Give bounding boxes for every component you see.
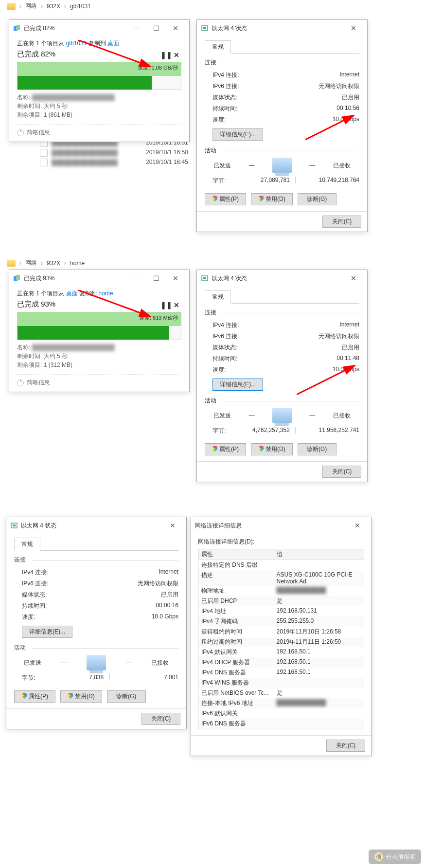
detail-property: IPv4 子网掩码 <box>198 616 274 627</box>
group-connection: 连接 <box>14 556 178 564</box>
sent-label: 已发送 <box>24 659 41 667</box>
copy-remain-row: 剩余时间: 大约 5 秒 <box>17 352 181 361</box>
media-label: 媒体状态: <box>22 591 47 599</box>
close-button[interactable]: ✕ <box>344 273 363 284</box>
disable-button[interactable]: 禁用(D) <box>251 193 293 205</box>
crumb-host[interactable]: 932X <box>47 260 60 267</box>
minimize-button[interactable]: — <box>127 23 146 34</box>
detail-row[interactable]: IPv4 WINS 服务器 <box>198 678 364 688</box>
pause-button[interactable]: ❚❚ <box>160 301 170 309</box>
disable-button[interactable]: 禁用(D) <box>251 443 293 455</box>
col-value[interactable]: 值 <box>274 549 364 560</box>
speed-value: 10.0 Gbps <box>333 366 359 374</box>
copy-dialog-2: 已完成 93% — ☐ ✕ 正在将 1 个项目从 桌面 复制到 home 已完成… <box>9 270 190 392</box>
copy-dst-link[interactable]: home <box>98 290 113 297</box>
ethernet-icon <box>201 24 209 32</box>
detail-property: IPv4 DNS 服务器 <box>198 668 274 678</box>
close-button[interactable]: 关闭(C) <box>326 740 365 752</box>
close-button[interactable]: ✕ <box>163 520 182 531</box>
copy-dst-link[interactable]: 桌面 <box>107 40 119 47</box>
detail-row[interactable]: 已启用 DHCP是 <box>198 596 364 606</box>
disable-button[interactable]: 禁用(D) <box>60 690 102 703</box>
crumb-network[interactable]: 网络 <box>25 2 37 10</box>
detail-row[interactable]: 连接-本地 IPv6 地址████████████ <box>198 698 364 708</box>
details-button[interactable]: 详细信息(E)... <box>22 626 72 638</box>
detail-row[interactable]: IPv4 子网掩码255.255.255.0 <box>198 616 364 627</box>
detail-row[interactable]: 描述ASUS XG-C100C 10G PCI-E Network Ad <box>198 570 364 586</box>
breadcrumb-1[interactable]: › 网络 › 932X › glb1031 <box>0 0 425 12</box>
properties-button[interactable]: 属性(P) <box>205 443 246 455</box>
maximize-button[interactable]: ☐ <box>146 23 166 34</box>
detail-value: ASUS XG-C100C 10G PCI-E Network Ad <box>274 570 364 586</box>
folder-icon <box>7 260 16 267</box>
connection-details: 网络连接详细信息 ✕ 网络连接详细信息(D): 属性 值 连接特定的 DNS 后… <box>191 517 372 756</box>
detail-property: IPv4 DHCP 服务器 <box>198 657 274 668</box>
close-button[interactable]: 关闭(C) <box>142 713 180 725</box>
close-button[interactable]: ✕ <box>166 273 185 284</box>
duration-value: 00:11:48 <box>336 355 359 363</box>
dash-icon: — <box>309 412 315 419</box>
sent-bytes: 7,838 <box>41 674 104 682</box>
maximize-button[interactable]: ☐ <box>146 273 166 284</box>
properties-button[interactable]: 属性(P) <box>14 690 55 703</box>
properties-button[interactable]: 属性(P) <box>205 193 246 205</box>
detail-row[interactable]: IPv4 默认网关192.168.50.1 <box>198 647 364 657</box>
detail-row[interactable]: IPv6 默认网关 <box>198 708 364 719</box>
detail-row[interactable]: 连接特定的 DNS 后缀 <box>198 560 364 570</box>
detail-row[interactable]: IPv4 DNS 服务器192.168.50.1 <box>198 668 364 678</box>
svg-rect-7 <box>16 275 20 280</box>
ipv6-value: 无网络访问权限 <box>319 332 359 341</box>
chevron-icon: › <box>41 260 43 267</box>
details-button[interactable]: 详细信息(E)... <box>212 128 263 141</box>
media-value: 已启用 <box>342 344 359 352</box>
crumb-folder[interactable]: glb1031 <box>70 3 91 10</box>
brief-toggle[interactable]: ˄简略信息 <box>17 374 181 387</box>
detail-value <box>274 719 364 729</box>
cancel-button[interactable]: ✕ <box>172 301 181 309</box>
detail-row[interactable]: 租约过期的时间2019年11月11日 1:26:59 <box>198 637 364 647</box>
tab-general[interactable]: 常规 <box>205 40 231 54</box>
shield-icon <box>21 693 27 699</box>
close-button[interactable]: 关闭(C) <box>322 216 361 228</box>
detail-row[interactable]: IPv4 地址192.168.50.131 <box>198 606 364 616</box>
detail-value <box>274 560 364 570</box>
brief-toggle[interactable]: ˄简略信息 <box>17 124 181 137</box>
detail-row[interactable]: IPv4 DHCP 服务器192.168.50.1 <box>198 657 364 668</box>
detail-row[interactable]: 物理地址████████████ <box>198 586 364 596</box>
tab-general[interactable]: 常规 <box>205 290 231 304</box>
sent-label: 已发送 <box>213 412 231 420</box>
file-icon <box>40 159 48 166</box>
bytes-label: 字节: <box>212 177 226 185</box>
detail-row[interactable]: IPv6 DNS 服务器 <box>198 719 364 729</box>
diagnose-button[interactable]: 诊断(G) <box>298 443 336 455</box>
detail-row[interactable]: 获得租约的时间2019年11月10日 1:26:58 <box>198 627 364 637</box>
breadcrumb-2[interactable]: › 网络 › 932X › home <box>0 257 425 269</box>
crumb-network[interactable]: 网络 <box>25 259 37 267</box>
duration-value: 00:00:16 <box>156 602 178 610</box>
diagnose-button[interactable]: 诊断(G) <box>107 690 146 703</box>
diagnose-button[interactable]: 诊断(G) <box>298 193 336 205</box>
close-button[interactable]: ✕ <box>166 23 185 34</box>
close-button[interactable]: ✕ <box>348 520 367 531</box>
close-button[interactable]: 关闭(C) <box>322 466 361 478</box>
details-button[interactable]: 详细信息(E)... <box>212 379 263 391</box>
crumb-host[interactable]: 932X <box>47 3 60 10</box>
crumb-folder[interactable]: home <box>70 260 85 267</box>
group-activity: 活动 <box>205 397 359 405</box>
tab-general[interactable]: 常规 <box>14 538 40 551</box>
ipv6-value: 无网络访问权限 <box>138 579 178 588</box>
copy-src-link[interactable]: 桌面 <box>66 290 78 297</box>
recv-bytes: 11,956,252,741 <box>301 427 359 435</box>
file-date: 2019/10/1 16:50 <box>146 149 188 156</box>
cancel-button[interactable]: ✕ <box>172 51 181 59</box>
copy-src-link[interactable]: glb1031 <box>66 40 87 47</box>
minimize-button[interactable]: — <box>127 273 146 284</box>
close-button[interactable]: ✕ <box>344 23 363 34</box>
detail-value: 是 <box>274 688 364 698</box>
detail-property: 描述 <box>198 570 274 586</box>
detail-row[interactable]: 已启用 NetBIOS over Tc...是 <box>198 688 364 698</box>
details-list[interactable]: 属性 值 连接特定的 DNS 后缀描述ASUS XG-C100C 10G PCI… <box>198 549 364 729</box>
eth-title: 以太网 4 状态 <box>212 274 247 283</box>
col-property[interactable]: 属性 <box>198 549 274 560</box>
pause-button[interactable]: ❚❚ <box>160 51 170 59</box>
